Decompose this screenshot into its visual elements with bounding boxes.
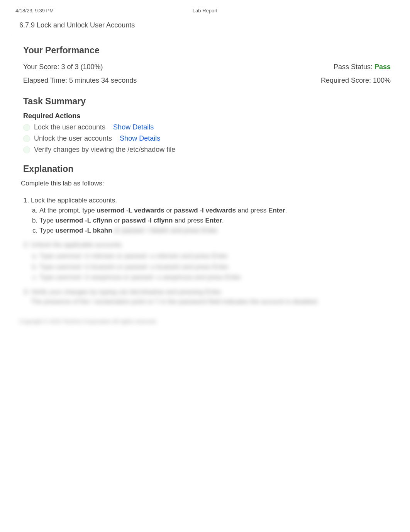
step-2a-blurred: Type usermod -U mbrown or passwd -u mbro… [39, 251, 391, 261]
command: usermod -L cflynn [56, 217, 112, 224]
performance-row-1: Your Score: 3 of 3 (100%) Pass Status: P… [23, 61, 391, 73]
command: passwd -l vedwards [174, 207, 236, 214]
required-actions-heading: Required Actions [23, 112, 391, 120]
command: passwd -l cflynn [122, 217, 173, 224]
score-label: Your Score: 3 of 3 (100%) [23, 61, 103, 73]
text: Unlock the applicable accounts. [31, 241, 123, 248]
pass-status-value: Pass [374, 63, 391, 71]
step-1: Lock the applicable accounts. At the pro… [31, 197, 391, 235]
step-1a: At the prompt, type usermod -L vedwards … [39, 206, 391, 215]
check-icon [23, 135, 30, 142]
text: Verify your changes by typing cat /etc/s… [31, 288, 222, 296]
task-summary-heading: Task Summary [23, 96, 391, 107]
blurred-inline: or passwd -l bkahn and press Enter. [112, 227, 219, 234]
print-spacer [268, 8, 395, 14]
text: or [112, 217, 122, 224]
action-label: Unlock the user accounts [34, 134, 112, 143]
performance-row-2: Elapsed Time: 5 minutes 34 seconds Requi… [23, 75, 391, 87]
lab-title: 6.7.9 Lock and Unlock User Accounts [19, 21, 391, 29]
step-3-blurred: Verify your changes by typing cat /etc/s… [31, 287, 391, 307]
show-details-link[interactable]: Show Details [113, 123, 154, 131]
check-icon [23, 146, 30, 153]
required-score-label: Required Score: 100% [321, 75, 391, 87]
performance-heading: Your Performance [23, 45, 391, 56]
print-title: Lab Report [142, 8, 268, 14]
pass-status: Pass Status: Pass [334, 61, 391, 73]
step-2b-blurred: Type usermod -U bcassini or passwd -u bc… [39, 262, 391, 272]
step-1b: Type usermod -L cflynn or passwd -l cfly… [39, 216, 391, 225]
text: and press [236, 207, 268, 214]
blurred-content: Unlock the applicable accounts. Type use… [23, 240, 391, 307]
text: . [285, 207, 287, 214]
explanation-intro: Complete this lab as follows: [21, 180, 391, 187]
action-label: Lock the user accounts [34, 123, 105, 131]
step-3-detail-blurred: The presence of the ! exclamation point … [31, 297, 391, 307]
command: usermod -L vedwards [97, 207, 164, 214]
action-row: Lock the user accounts Show Details [23, 123, 391, 131]
key-name: Enter [205, 217, 222, 224]
show-details-link[interactable]: Show Details [120, 134, 160, 143]
text: and press [173, 217, 205, 224]
text: Type [39, 227, 56, 234]
copyright-footer: Copyright © 2023 TestOut Corporation All… [19, 318, 395, 325]
check-icon [23, 124, 30, 131]
elapsed-label: Elapsed Time: 5 minutes 34 seconds [23, 75, 137, 87]
action-row: Unlock the user accounts Show Details [23, 134, 391, 143]
step-2c-blurred: Type usermod -U aespinoza or passwd -u a… [39, 272, 391, 282]
explanation-heading: Explanation [23, 164, 391, 174]
step-2-blurred: Unlock the applicable accounts. Type use… [31, 240, 391, 282]
print-timestamp: 4/18/23, 9:39 PM [15, 8, 142, 14]
explanation-steps: Lock the applicable accounts. At the pro… [23, 197, 391, 235]
text: . [222, 217, 224, 224]
step-1-substeps: At the prompt, type usermod -L vedwards … [31, 206, 391, 235]
action-row: Verify changes by viewing the /etc/shado… [23, 146, 391, 154]
divider [12, 35, 398, 35]
pass-status-label: Pass Status: [334, 63, 374, 71]
step-1c: Type usermod -L bkahn or passwd -l bkahn… [39, 226, 391, 235]
text: At the prompt, type [39, 207, 97, 214]
text: or [164, 207, 174, 214]
key-name: Enter [268, 207, 285, 214]
page-header: 4/18/23, 9:39 PM Lab Report [15, 8, 395, 14]
text: Type [39, 217, 56, 224]
step-1-title: Lock the applicable accounts. [31, 197, 117, 204]
command: usermod -L bkahn [56, 227, 112, 234]
action-label: Verify changes by viewing the /etc/shado… [34, 146, 175, 154]
